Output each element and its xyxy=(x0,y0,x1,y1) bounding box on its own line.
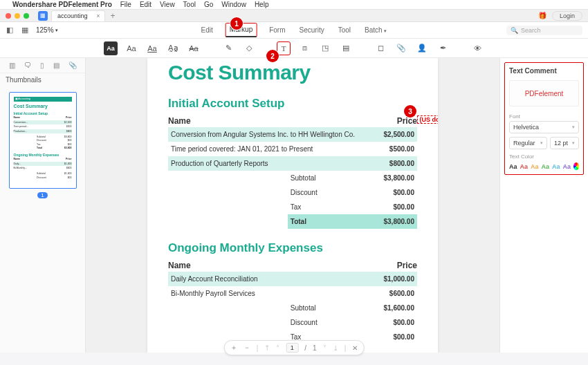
text-box-button[interactable]: ⧈ xyxy=(297,41,311,55)
menu-edit[interactable]: Edit xyxy=(140,1,151,8)
chevron-down-icon: ▾ xyxy=(384,28,387,33)
hide-annotations-icon[interactable]: 👁 xyxy=(470,41,484,55)
menu-go[interactable]: Go xyxy=(204,1,213,8)
signature-icon[interactable]: ✒ xyxy=(436,41,450,55)
zoom-value: 125% xyxy=(36,26,54,34)
page-total: 1 xyxy=(313,344,317,352)
col-price: Price xyxy=(397,116,417,126)
swatch-purple[interactable]: Aa xyxy=(563,163,571,170)
tax-row: Tax$00.00 xyxy=(288,200,417,214)
tab-security[interactable]: Security xyxy=(298,23,326,37)
zoom-select[interactable]: 125% ▾ xyxy=(36,26,58,34)
first-page-button[interactable]: ⤒ xyxy=(264,344,270,352)
eraser-icon[interactable]: ◇ xyxy=(242,41,256,55)
page-thumbnail[interactable]: ▣ Accounting Cost Summary Initial Accoun… xyxy=(9,92,77,189)
document-page: Cost Summary Initial Account Setup Name … xyxy=(147,58,438,353)
col-name: Name xyxy=(168,116,191,126)
thumbnails-icon[interactable]: ▥ xyxy=(9,62,15,69)
zoom-in-button[interactable]: － xyxy=(244,343,250,353)
last-page-button[interactable]: ⤓ xyxy=(333,344,338,352)
window-minimize-button[interactable] xyxy=(15,13,20,19)
next-page-button[interactable]: ˅ xyxy=(323,344,327,352)
traffic-lights xyxy=(0,13,35,19)
app-name[interactable]: Wondershare PDFelement Pro xyxy=(12,1,112,8)
strikethrough-button[interactable]: Aa xyxy=(187,41,201,55)
swatch-orange[interactable]: Aa xyxy=(531,163,539,170)
bookmarks-icon[interactable]: 🗨 xyxy=(24,62,31,69)
window-zoom-button[interactable] xyxy=(24,13,29,19)
mac-menubar: Wondershare PDFelement Pro File Edit Vie… xyxy=(0,0,588,10)
menu-window[interactable]: Window xyxy=(221,1,246,8)
new-tab-button[interactable]: + xyxy=(105,11,121,21)
page-input[interactable]: 1 xyxy=(286,343,298,353)
shapes-button[interactable]: ◻ xyxy=(374,41,387,55)
sample-preview: PDFelement xyxy=(509,80,579,106)
attachment-icon[interactable]: 📎 xyxy=(394,41,408,55)
font-label: Font xyxy=(509,113,579,120)
chevron-down-icon: ▾ xyxy=(55,28,58,33)
chevron-down-icon: ▾ xyxy=(572,124,575,130)
sidebar-toggle-icon[interactable]: ◧ xyxy=(6,26,14,35)
callout-2: 2 xyxy=(266,50,279,62)
total-row: Total$3,800.00 xyxy=(288,214,417,229)
swatch-black[interactable]: Aa xyxy=(509,163,517,170)
tab-tool[interactable]: Tool xyxy=(337,23,352,37)
tab-form[interactable]: Form xyxy=(268,23,286,37)
attachments-icon[interactable]: 📎 xyxy=(68,62,77,69)
close-nav-button[interactable]: ✕ xyxy=(352,344,358,352)
squiggly-button[interactable]: A̰a̰ xyxy=(166,41,180,55)
zoom-out-button[interactable]: ＋ xyxy=(230,343,237,353)
highlight-button[interactable]: Aa xyxy=(104,41,118,55)
font-family-select[interactable]: Helvetica▾ xyxy=(509,121,579,133)
thumbnails-title: Thumbnails xyxy=(0,73,85,86)
tab-batch[interactable]: Batch ▾ xyxy=(363,23,388,37)
window-close-button[interactable] xyxy=(6,13,11,19)
page-number-badge: 1 xyxy=(37,192,47,198)
text-style-button[interactable]: Aa xyxy=(125,41,138,55)
color-picker-icon[interactable] xyxy=(573,162,579,170)
layers-icon[interactable]: ▤ xyxy=(53,62,59,69)
sticky-note-button[interactable]: ▤ xyxy=(339,41,353,55)
color-swatches: Aa Aa Aa Aa Aa Aa xyxy=(509,162,579,170)
font-weight-select[interactable]: Regular▾ xyxy=(509,137,547,149)
menu-help[interactable]: Help xyxy=(255,1,269,8)
col-price: Price xyxy=(397,261,417,270)
underline-button[interactable]: Aa xyxy=(145,41,159,55)
tab-edit[interactable]: Edit xyxy=(200,23,214,37)
table-row: Time period covered: JAN 01, 2021 to Pre… xyxy=(168,142,417,156)
document-tab[interactable]: accounting × xyxy=(51,10,105,21)
search-input[interactable]: 🔍 Search xyxy=(506,26,582,35)
menu-view[interactable]: View xyxy=(160,1,175,8)
stamp-icon[interactable]: 👤 xyxy=(415,41,429,55)
discount-row: Discount$00.00 xyxy=(288,185,417,200)
table-row: Bi-Monthly Payroll Services $600.00 xyxy=(168,286,417,301)
menu-tool[interactable]: Tool xyxy=(183,1,196,8)
prev-page-button[interactable]: ˄ xyxy=(276,344,279,352)
login-button[interactable]: Login xyxy=(552,11,582,21)
swatch-blue[interactable]: Aa xyxy=(552,163,560,170)
text-color-label: Text Color xyxy=(509,153,579,160)
close-tab-icon[interactable]: × xyxy=(96,12,100,19)
price-annotation[interactable]: (US dollar) xyxy=(417,115,438,124)
subtotal-row: Subtotal$3,800.00 xyxy=(288,171,417,185)
main-toolbar: ◧ ▦ 125% ▾ Edit Markup Form Security Too… xyxy=(0,22,588,39)
phone-icon[interactable]: ▯ xyxy=(40,62,44,69)
page-separator: / xyxy=(304,344,306,352)
menu-file[interactable]: File xyxy=(120,1,131,8)
document-canvas[interactable]: Cost Summary Initial Account Setup Name … xyxy=(86,58,499,353)
swatch-red[interactable]: Aa xyxy=(520,163,529,170)
grid-view-icon[interactable]: ▦ xyxy=(21,26,29,35)
chevron-down-icon: ▾ xyxy=(572,140,575,146)
swatch-green[interactable]: Aa xyxy=(542,163,550,170)
gift-icon[interactable]: 🎁 xyxy=(538,12,546,20)
text-comment-button[interactable]: T xyxy=(277,41,291,55)
chevron-down-icon: ▾ xyxy=(540,140,543,146)
subtotal-row: Subtotal$1,600.00 xyxy=(288,301,417,315)
table-row: Daily Account Reconciliation $1,000.00 xyxy=(168,272,417,286)
callout-button[interactable]: ◳ xyxy=(318,41,332,55)
pencil-icon[interactable]: ✎ xyxy=(221,41,235,55)
font-size-select[interactable]: 12 pt▾ xyxy=(550,137,579,149)
thumbnails-pane: ▥ 🗨 ▯ ▤ 📎 Thumbnails ▣ Accounting Cost S… xyxy=(0,58,86,353)
markup-toolbar: Aa Aa Aa A̰a̰ Aa ✎ ◇ T ⧈ ◳ ▤ ◻ 📎 👤 ✒ 👁 xyxy=(0,39,588,58)
window-titlebar: ▦ accounting × + 🎁 Login xyxy=(0,10,588,22)
